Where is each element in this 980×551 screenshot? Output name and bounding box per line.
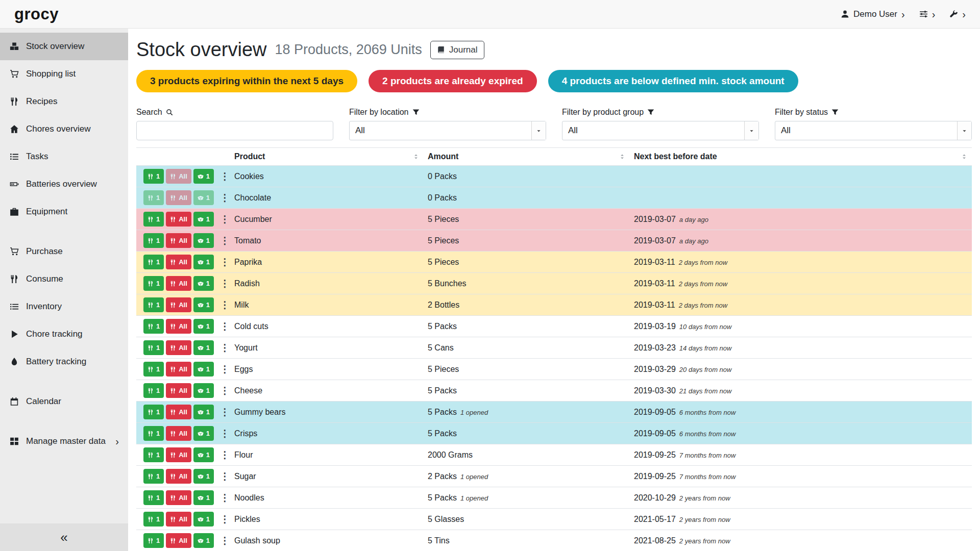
filter-by-product-group-select[interactable]: All xyxy=(562,121,759,140)
sidebar-item-stock-overview[interactable]: Stock overview xyxy=(0,33,128,60)
consume-all-button[interactable]: All xyxy=(166,383,191,398)
consume-all-button[interactable]: All xyxy=(166,362,191,377)
consume-all-button[interactable]: All xyxy=(166,447,191,462)
sidebar-item-chore-tracking[interactable]: Chore tracking xyxy=(0,320,128,348)
row-menu-button[interactable]: ⋮ xyxy=(216,385,232,396)
consume-one-button[interactable]: 1 xyxy=(143,255,164,269)
settings-menu[interactable]: › xyxy=(919,9,936,19)
column-header-product[interactable]: Product xyxy=(230,148,424,166)
consume-all-button[interactable]: All xyxy=(166,276,191,291)
open-one-button[interactable]: 1 xyxy=(193,255,214,269)
consume-one-button[interactable]: 1 xyxy=(143,426,164,441)
open-one-button[interactable]: 1 xyxy=(193,212,214,227)
open-one-button[interactable]: 1 xyxy=(193,319,214,334)
open-one-button[interactable]: 1 xyxy=(193,362,214,377)
open-one-button[interactable]: 1 xyxy=(193,297,214,312)
consume-all-button[interactable]: All xyxy=(166,426,191,441)
consume-one-button[interactable]: 1 xyxy=(143,319,164,334)
column-header-amount[interactable]: Amount xyxy=(424,148,630,166)
consume-all-button[interactable]: All xyxy=(166,212,191,227)
sidebar-item-tasks[interactable]: Tasks xyxy=(0,143,128,170)
sidebar-item-battery-tracking[interactable]: Battery tracking xyxy=(0,348,128,375)
consume-one-button[interactable]: 1 xyxy=(143,512,164,527)
sidebar-item-equipment[interactable]: Equipment xyxy=(0,198,128,226)
sort-icon[interactable] xyxy=(619,153,626,160)
sidebar-item-inventory[interactable]: Inventory xyxy=(0,293,128,320)
column-header-next-best-before-date[interactable]: Next best before date xyxy=(630,148,972,166)
button-label: 1 xyxy=(156,430,160,437)
open-one-button[interactable]: 1 xyxy=(193,383,214,398)
app-logo[interactable]: grocy xyxy=(14,5,59,23)
consume-one-button[interactable]: 1 xyxy=(143,233,164,248)
row-menu-button[interactable]: ⋮ xyxy=(216,299,232,310)
search-input[interactable] xyxy=(136,121,333,140)
consume-all-button[interactable]: All xyxy=(166,512,191,527)
consume-all-button[interactable]: All xyxy=(166,469,191,484)
sidebar-item-manage-master-data[interactable]: Manage master data› xyxy=(0,428,128,455)
consume-one-button[interactable]: 1 xyxy=(143,447,164,462)
sidebar-item-recipes[interactable]: Recipes xyxy=(0,88,128,115)
consume-all-button[interactable]: All xyxy=(166,319,191,334)
consume-one-button[interactable]: 1 xyxy=(143,469,164,484)
sidebar-item-chores-overview[interactable]: Chores overview xyxy=(0,115,128,143)
row-menu-button[interactable]: ⋮ xyxy=(216,278,232,289)
consume-one-button[interactable]: 1 xyxy=(143,362,164,377)
open-one-button[interactable]: 1 xyxy=(193,340,214,355)
row-menu-button[interactable]: ⋮ xyxy=(216,492,232,503)
journal-button[interactable]: Journal xyxy=(430,41,485,59)
filter-by-status-select[interactable]: All xyxy=(775,121,972,140)
open-one-button[interactable]: 1 xyxy=(193,512,214,527)
consume-one-button[interactable]: 1 xyxy=(143,212,164,227)
open-one-button[interactable]: 1 xyxy=(193,533,214,548)
open-one-button[interactable]: 1 xyxy=(193,169,214,184)
sidebar-item-batteries-overview[interactable]: Batteries overview xyxy=(0,170,128,198)
consume-one-button[interactable]: 1 xyxy=(143,169,164,184)
filter-by-location-select[interactable]: All xyxy=(349,121,546,140)
sidebar-item-calendar[interactable]: Calendar xyxy=(0,388,128,415)
consume-one-button[interactable]: 1 xyxy=(143,405,164,419)
row-menu-button[interactable]: ⋮ xyxy=(216,407,232,417)
consume-one-button[interactable]: 1 xyxy=(143,533,164,548)
sidebar-item-purchase[interactable]: Purchase xyxy=(0,238,128,265)
consume-one-button[interactable]: 1 xyxy=(143,340,164,355)
consume-all-button[interactable]: All xyxy=(166,340,191,355)
consume-all-button[interactable]: All xyxy=(166,233,191,248)
open-one-button[interactable]: 1 xyxy=(193,447,214,462)
row-menu-button[interactable]: ⋮ xyxy=(216,171,232,182)
consume-one-button[interactable]: 1 xyxy=(143,276,164,291)
row-menu-button[interactable]: ⋮ xyxy=(216,321,232,332)
admin-menu[interactable]: › xyxy=(949,9,966,19)
row-menu-button[interactable]: ⋮ xyxy=(216,342,232,353)
open-one-button[interactable]: 1 xyxy=(193,469,214,484)
consume-all-button[interactable]: All xyxy=(166,405,191,419)
row-menu-button[interactable]: ⋮ xyxy=(216,192,232,203)
row-menu-button[interactable]: ⋮ xyxy=(216,535,232,546)
row-menu-button[interactable]: ⋮ xyxy=(216,471,232,482)
consume-all-button[interactable]: All xyxy=(166,533,191,548)
row-menu-button[interactable]: ⋮ xyxy=(216,364,232,374)
row-menu-button[interactable]: ⋮ xyxy=(216,235,232,246)
sidebar-collapse-button[interactable]: « xyxy=(0,523,128,551)
consume-one-button[interactable]: 1 xyxy=(143,297,164,312)
open-one-button[interactable]: 1 xyxy=(193,405,214,419)
sort-icon[interactable] xyxy=(412,153,420,160)
user-menu[interactable]: Demo User › xyxy=(841,9,905,19)
sidebar-item-shopping-list[interactable]: Shopping list xyxy=(0,60,128,88)
consume-all-button[interactable]: All xyxy=(166,297,191,312)
sidebar-item-label: Recipes xyxy=(26,96,57,107)
row-menu-button[interactable]: ⋮ xyxy=(216,514,232,524)
open-one-button[interactable]: 1 xyxy=(193,490,214,505)
sort-icon[interactable] xyxy=(961,153,968,160)
consume-all-button[interactable]: All xyxy=(166,490,191,505)
open-one-button[interactable]: 1 xyxy=(193,233,214,248)
row-menu-button[interactable]: ⋮ xyxy=(216,257,232,267)
row-menu-button[interactable]: ⋮ xyxy=(216,449,232,460)
row-menu-button[interactable]: ⋮ xyxy=(216,428,232,439)
open-one-button[interactable]: 1 xyxy=(193,426,214,441)
sidebar-item-consume[interactable]: Consume xyxy=(0,265,128,293)
consume-one-button[interactable]: 1 xyxy=(143,383,164,398)
consume-all-button[interactable]: All xyxy=(166,255,191,269)
consume-one-button[interactable]: 1 xyxy=(143,490,164,505)
open-one-button[interactable]: 1 xyxy=(193,276,214,291)
row-menu-button[interactable]: ⋮ xyxy=(216,214,232,224)
